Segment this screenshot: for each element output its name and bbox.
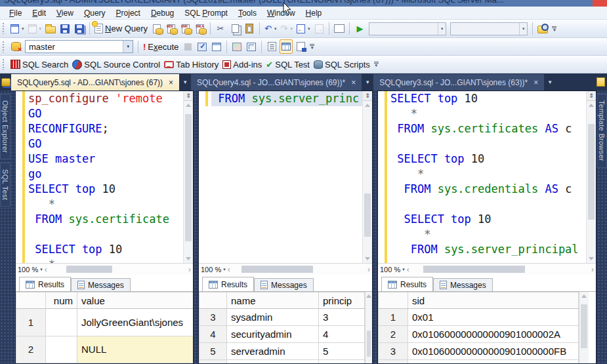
undo-icon[interactable]: ↶▾ — [263, 22, 278, 36]
copy-icon[interactable] — [228, 22, 241, 36]
toolbar-combo-2[interactable]: ▾ — [450, 22, 528, 35]
menu-sql-prompt[interactable]: SQL Prompt — [179, 8, 233, 18]
sql-search-button[interactable]: SQL Search — [9, 57, 70, 71]
cancel-query-icon[interactable] — [181, 39, 194, 54]
scroll-right-icon[interactable]: › — [367, 266, 370, 273]
scroll-arrow-down[interactable] — [587, 254, 596, 263]
close-tab-icon[interactable]: × — [534, 79, 538, 87]
grid-cell[interactable]: JollyGreenGiant\sjones — [77, 309, 194, 336]
code-area[interactable]: SELECT top 10 * FROM sys.certificates AS… — [387, 91, 586, 263]
chevron-down-icon[interactable]: ▾ — [308, 26, 310, 31]
code-editor[interactable]: FROM sys.server_princ⇕ — [199, 91, 372, 263]
chevron-down-icon[interactable]: ▾ — [402, 267, 405, 272]
code-editor[interactable]: sp_configure 'remoteGORECONFIGURE;GOUSE … — [16, 91, 193, 263]
menu-file[interactable]: File — [4, 8, 27, 18]
code-editor[interactable]: SELECT top 10 * FROM sys.certificates AS… — [378, 91, 596, 263]
results-to-text-icon[interactable] — [265, 39, 278, 54]
scroll-left-icon[interactable]: ‹ — [228, 266, 230, 273]
scroll-track[interactable] — [184, 110, 193, 254]
dock-tab-sql-test[interactable]: SQL Test — [0, 163, 10, 207]
zoom-level[interactable]: 100 % — [380, 266, 400, 273]
scroll-thumb[interactable] — [367, 331, 371, 357]
find-in-files-icon[interactable] — [536, 22, 549, 36]
doc-tab-3[interactable]: SQLQuery3.sql - JO...GIANT\sjones (63))*… — [373, 74, 544, 91]
results-grid[interactable]: sid10x0120x010600000000000901000002A30x0… — [378, 291, 596, 363]
tab-messages[interactable]: Messages — [433, 278, 493, 291]
row-header[interactable]: 3 — [379, 343, 408, 360]
row-header[interactable]: 4 — [379, 360, 408, 364]
estimated-plan-icon[interactable] — [210, 39, 223, 54]
menu-window[interactable]: Window — [262, 8, 301, 18]
doc-tab-2[interactable]: SQLQuery4.sql - JO...GIANT\sjones (69))*… — [191, 74, 362, 91]
editor-vertical-scrollbar[interactable]: ⇕ — [183, 91, 193, 263]
grid-cell[interactable] — [46, 309, 77, 336]
tab-group-dropdown-icon[interactable]: ▼ — [179, 74, 191, 91]
tab-history-button[interactable]: Tab History — [163, 57, 220, 71]
close-tab-icon[interactable]: × — [351, 79, 356, 87]
available-databases-combo[interactable]: master▾ — [25, 40, 133, 53]
tab-messages[interactable]: Messages — [254, 278, 314, 291]
scroll-arrow-up[interactable] — [579, 292, 589, 300]
new-object-icon[interactable]: ▾ — [27, 22, 43, 36]
scroll-thumb[interactable] — [581, 304, 587, 348]
scroll-thumb[interactable] — [588, 124, 595, 220]
zoom-level[interactable]: 100 % — [18, 266, 38, 273]
row-header[interactable]: 2 — [16, 336, 46, 363]
xmla-query-icon[interactable]: XMLA — [194, 22, 207, 36]
parse-icon[interactable] — [196, 39, 209, 54]
code-area[interactable]: FROM sys.server_princ — [208, 91, 362, 263]
toolbar-overflow-button[interactable]: ▾ — [310, 44, 314, 49]
change-connection-icon[interactable] — [9, 39, 22, 54]
tab-results[interactable]: Results — [19, 277, 71, 291]
execute-button[interactable]: !Execute — [142, 39, 180, 54]
dock-tab-template-browser[interactable]: Template Browser — [597, 94, 607, 168]
horizontal-scrollbar[interactable] — [234, 265, 364, 273]
dock-tab-object-explorer[interactable]: Object Explorer — [0, 94, 10, 159]
splitter-button[interactable]: ⇕ — [184, 91, 193, 101]
scroll-arrow-up[interactable] — [363, 101, 372, 110]
grid-vertical-scrollbar[interactable] — [365, 292, 372, 363]
scroll-arrow-up[interactable] — [366, 292, 372, 300]
open-file-icon[interactable] — [44, 22, 57, 36]
scroll-track[interactable] — [363, 110, 372, 254]
row-header[interactable]: 3 — [199, 309, 227, 326]
grid-cell[interactable]: 3 — [319, 309, 365, 326]
template-browser-icon[interactable] — [594, 73, 607, 91]
paste-icon[interactable] — [243, 22, 256, 36]
toolbar-grip[interactable] — [3, 41, 6, 52]
grid-cell[interactable]: 5 — [319, 343, 365, 360]
row-header[interactable]: 4 — [199, 326, 227, 343]
toolbar-grip[interactable] — [3, 23, 6, 34]
scroll-right-icon[interactable]: › — [591, 266, 594, 273]
chevron-down-icon[interactable]: ▾ — [274, 26, 277, 31]
tab-results[interactable]: Results — [202, 277, 254, 291]
column-header[interactable]: num — [46, 293, 77, 309]
scroll-thumb[interactable] — [241, 266, 314, 273]
code-area[interactable]: sp_configure 'remoteGORECONFIGURE;GOUSE … — [25, 91, 183, 263]
close-tab-icon[interactable]: × — [169, 79, 173, 87]
scroll-arrow-down[interactable] — [363, 254, 372, 263]
menu-query[interactable]: Query — [79, 8, 111, 18]
grid-cell[interactable]: sysadmin — [227, 309, 319, 326]
activity-monitor-icon[interactable] — [333, 22, 346, 36]
intellisense-icon[interactable] — [230, 39, 243, 54]
grid-cell[interactable]: setupadmin — [227, 360, 319, 364]
sql-test-button[interactable]: ✔SQL Test — [264, 57, 311, 71]
sql-source-control-button[interactable]: SQL Source Control — [71, 57, 161, 71]
new-query-button[interactable]: New Query — [93, 22, 149, 36]
chevron-down-icon[interactable]: ▾ — [290, 26, 293, 31]
scroll-thumb[interactable] — [423, 266, 525, 273]
object-explorer-icon[interactable] — [0, 73, 11, 91]
row-header[interactable]: 6 — [199, 360, 227, 364]
grid-cell[interactable]: 0x01 — [408, 309, 579, 326]
scroll-arrow-up[interactable] — [587, 101, 596, 110]
start-icon[interactable]: ▶ — [353, 22, 366, 36]
scroll-thumb[interactable] — [364, 193, 371, 237]
scroll-thumb[interactable] — [185, 114, 192, 241]
row-header[interactable]: 5 — [199, 343, 227, 360]
column-header[interactable]: princip — [319, 293, 365, 309]
save-icon[interactable] — [58, 22, 72, 36]
scroll-arrow-up[interactable] — [184, 101, 193, 110]
results-to-grid-icon[interactable] — [280, 39, 293, 54]
tab-group-dropdown-icon[interactable]: ▼ — [544, 74, 556, 91]
